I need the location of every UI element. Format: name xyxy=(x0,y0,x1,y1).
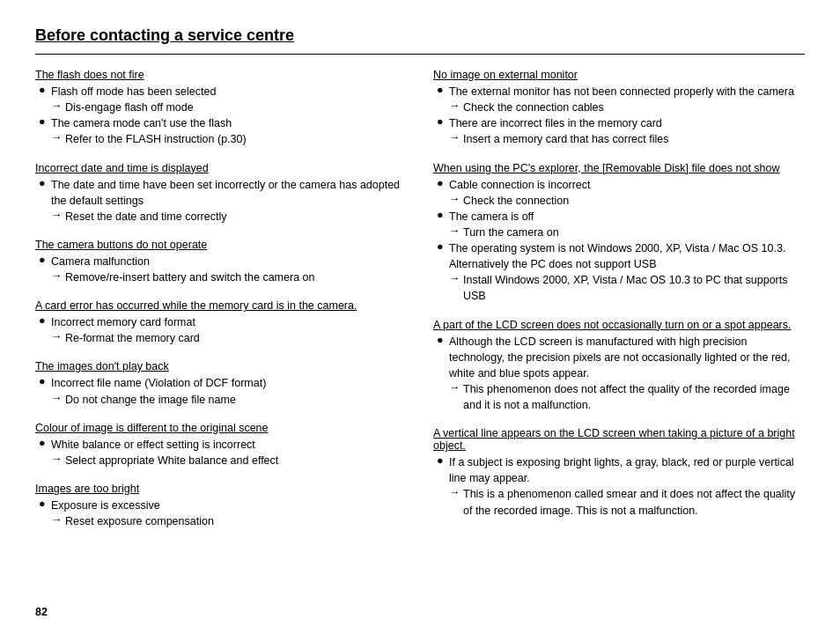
bullet-icon: ● xyxy=(39,498,51,510)
bullet-icon: ● xyxy=(437,84,449,96)
bullet-icon: ● xyxy=(437,177,449,189)
item-text: This is a phenomenon called smear and it… xyxy=(463,486,805,518)
bullet-icon: ● xyxy=(39,115,51,128)
item-text: Cable connection is incorrect xyxy=(449,177,591,193)
item-text: This phenomenon does not affect the qual… xyxy=(463,381,805,413)
list-item: → Re-format the memory card xyxy=(51,330,407,346)
arrow-icon: → xyxy=(449,225,463,237)
list-item: ● The date and time have been set incorr… xyxy=(39,177,407,209)
title-divider xyxy=(35,54,805,55)
arrow-icon: → xyxy=(51,209,65,221)
item-text: The external monitor has not been connec… xyxy=(449,84,794,100)
list-item: ● There are incorrect files in the memor… xyxy=(437,115,805,131)
section-flash-title: The flash does not fire xyxy=(35,69,407,81)
bullet-icon: ● xyxy=(39,314,51,327)
section-colour: Colour of image is different to the orig… xyxy=(35,422,407,468)
section-buttons: The camera buttons do not operate ● Came… xyxy=(35,239,407,285)
section-colour-title: Colour of image is different to the orig… xyxy=(35,422,407,434)
item-text: Insert a memory card that has correct fi… xyxy=(463,131,668,147)
item-text: Refer to the FLASH instruction (p.30) xyxy=(65,131,247,147)
list-item: ● Camera malfunction xyxy=(39,254,407,269)
arrow-icon: → xyxy=(51,513,65,526)
list-item: → Insert a memory card that has correct … xyxy=(449,131,805,147)
arrow-icon: → xyxy=(449,131,463,144)
list-item: ● Exposure is excessive xyxy=(39,498,407,513)
section-removable-title: When using the PC's explorer, the [Remov… xyxy=(433,162,805,174)
section-removable: When using the PC's explorer, the [Remov… xyxy=(433,162,805,305)
item-text: The date and time have been set incorrec… xyxy=(51,177,407,209)
item-text: Select appropriate White balance and eff… xyxy=(65,453,278,468)
left-column: The flash does not fire ● Flash off mode… xyxy=(35,69,407,543)
arrow-icon: → xyxy=(449,486,463,498)
item-text: Incorrect memory card format xyxy=(51,314,195,330)
list-item: → Reset exposure compensation xyxy=(51,513,407,529)
section-card-error-title: A card error has occurred while the memo… xyxy=(35,299,407,312)
item-text: White balance or effect setting is incor… xyxy=(51,437,255,453)
arrow-icon: → xyxy=(51,100,65,112)
section-playback: The images don't play back ● Incorrect f… xyxy=(35,360,407,407)
list-item: → Turn the camera on xyxy=(449,225,805,240)
arrow-icon: → xyxy=(51,392,65,404)
item-text: Check the connection xyxy=(463,193,569,209)
list-item: ● Flash off mode has been selected xyxy=(39,84,407,100)
list-item: → Remove/re-insert battery and switch th… xyxy=(51,269,407,285)
page-number: 82 xyxy=(35,606,48,618)
list-item: ● The operating system is not Windows 20… xyxy=(437,240,805,272)
item-text: There are incorrect files in the memory … xyxy=(449,115,662,131)
right-column: No image on external monitor ● The exter… xyxy=(433,69,805,543)
section-vertical-line: A vertical line appears on the LCD scree… xyxy=(433,427,805,519)
section-bright: Images are too bright ● Exposure is exce… xyxy=(35,483,407,529)
list-item: → This phenomenon does not affect the qu… xyxy=(449,381,805,413)
item-text: Although the LCD screen is manufactured … xyxy=(449,334,805,381)
item-text: Incorrect file name (Violation of DCF fo… xyxy=(51,375,266,391)
list-item: → Check the connection xyxy=(449,193,805,209)
section-playback-title: The images don't play back xyxy=(35,360,407,372)
bullet-icon: ● xyxy=(437,115,449,128)
list-item: → Refer to the FLASH instruction (p.30) xyxy=(51,131,407,147)
list-item: ● The camera is off xyxy=(437,209,805,225)
bullet-icon: ● xyxy=(437,209,449,221)
list-item: → Reset the date and time correctly xyxy=(51,209,407,225)
list-item: ● White balance or effect setting is inc… xyxy=(39,437,407,453)
bullet-icon: ● xyxy=(39,177,51,189)
arrow-icon: → xyxy=(51,330,65,343)
arrow-icon: → xyxy=(51,453,65,465)
item-text: Do not change the image file name xyxy=(65,392,236,408)
list-item: ● Cable connection is incorrect xyxy=(437,177,805,193)
main-content: The flash does not fire ● Flash off mode… xyxy=(35,69,805,543)
bullet-icon: ● xyxy=(39,84,51,96)
item-text: Check the connection cables xyxy=(463,100,604,115)
item-text: Install Windows 2000, XP, Vista / Mac OS… xyxy=(463,272,805,304)
section-bright-title: Images are too bright xyxy=(35,483,407,495)
arrow-icon: → xyxy=(51,269,65,282)
arrow-icon: → xyxy=(51,131,65,144)
page-title: Before contacting a service centre xyxy=(35,26,805,48)
item-text: If a subject is exposing bright lights, … xyxy=(449,454,805,486)
item-text: Camera malfunction xyxy=(51,254,150,269)
arrow-icon: → xyxy=(449,193,463,205)
bullet-icon: ● xyxy=(39,437,51,449)
list-item: → Dis-engage flash off mode xyxy=(51,100,407,115)
item-text: The operating system is not Windows 2000… xyxy=(449,240,805,272)
section-date-title: Incorrect date and time is displayed xyxy=(35,162,407,174)
list-item: → Do not change the image file name xyxy=(51,392,407,408)
list-item: → This is a phenomenon called smear and … xyxy=(449,486,805,518)
section-card-error: A card error has occurred while the memo… xyxy=(35,299,407,346)
section-no-image-title: No image on external monitor xyxy=(433,69,805,81)
list-item: ● Incorrect memory card format xyxy=(39,314,407,330)
arrow-icon: → xyxy=(449,100,463,112)
list-item: → Check the connection cables xyxy=(449,100,805,115)
bullet-icon: ● xyxy=(39,254,51,266)
list-item: ● The camera mode can't use the flash xyxy=(39,115,407,131)
list-item: ● Incorrect file name (Violation of DCF … xyxy=(39,375,407,391)
list-item: → Install Windows 2000, XP, Vista / Mac … xyxy=(449,272,805,304)
arrow-icon: → xyxy=(449,381,463,394)
section-vertical-line-title: A vertical line appears on the LCD scree… xyxy=(433,427,805,452)
arrow-icon: → xyxy=(449,272,463,284)
section-buttons-title: The camera buttons do not operate xyxy=(35,239,407,251)
item-text: Re-format the memory card xyxy=(65,330,200,346)
item-text: Dis-engage flash off mode xyxy=(65,100,194,115)
section-date: Incorrect date and time is displayed ● T… xyxy=(35,162,407,225)
item-text: Remove/re-insert battery and switch the … xyxy=(65,269,314,285)
list-item: ● If a subject is exposing bright lights… xyxy=(437,454,805,486)
